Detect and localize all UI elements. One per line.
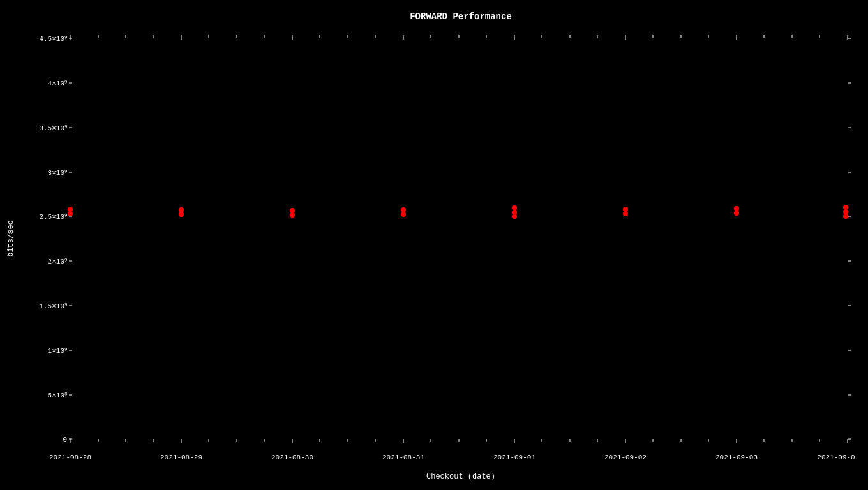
svg-text:1.5×10⁹: 1.5×10⁹: [39, 302, 67, 310]
svg-text:2.5×10⁹: 2.5×10⁹: [39, 213, 67, 221]
data-point: [623, 207, 628, 212]
data-point: [290, 212, 295, 218]
x-label-2: 2021-08-29: [160, 454, 202, 461]
data-point: [290, 208, 295, 213]
x-label-1: 2021-08-28: [49, 454, 91, 461]
data-point: [179, 207, 184, 212]
svg-text:5×10⁸: 5×10⁸: [48, 392, 68, 399]
x-label-7: 2021-09-03: [715, 454, 758, 461]
data-point: [734, 211, 739, 216]
svg-text:2×10⁹: 2×10⁹: [48, 258, 67, 265]
data-point: [401, 212, 406, 217]
chart-title: FORWARD Performance: [410, 11, 512, 22]
x-label-6: 2021-09-02: [604, 454, 647, 461]
svg-rect-0: [0, 0, 868, 490]
data-point: [179, 212, 184, 217]
data-point: [623, 211, 628, 216]
data-point: [401, 207, 406, 212]
x-label-3: 2021-08-30: [271, 454, 313, 461]
svg-text:0: 0: [63, 436, 67, 443]
data-point: [734, 206, 739, 211]
performance-chart: FORWARD Performance 0 5×10⁸ 1×10⁹ 1.5×10…: [0, 0, 868, 490]
svg-text:4.5×10⁹: 4.5×10⁹: [39, 35, 67, 43]
y-axis-label: bits/sec: [6, 220, 15, 257]
chart-container: FORWARD Performance 0 5×10⁸ 1×10⁹ 1.5×10…: [0, 0, 868, 490]
data-point: [68, 211, 73, 216]
data-point: [68, 207, 73, 212]
data-point: [843, 205, 848, 210]
data-point: [512, 214, 517, 219]
x-label-4: 2021-08-31: [382, 454, 424, 461]
x-label-8: 2021-09-0: [817, 454, 855, 461]
data-point: [843, 209, 848, 214]
svg-text:3×10⁹: 3×10⁹: [48, 169, 67, 177]
svg-text:4×10⁹: 4×10⁹: [48, 80, 67, 87]
svg-text:1×10⁹: 1×10⁹: [48, 347, 67, 355]
x-axis-label: Checkout (date): [426, 472, 495, 481]
data-point: [843, 214, 848, 219]
data-point: [512, 205, 517, 211]
x-label-5: 2021-09-01: [493, 454, 535, 461]
svg-text:3.5×10⁹: 3.5×10⁹: [39, 124, 67, 132]
